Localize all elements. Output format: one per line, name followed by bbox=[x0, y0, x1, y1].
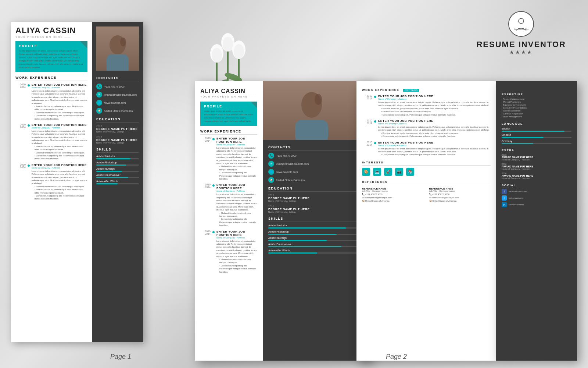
work-exp-title-small: WORK EXPERIENCE bbox=[15, 76, 87, 81]
ljob-desc-3: Lorem ipsum dolor sit amet, consectetur … bbox=[216, 240, 257, 258]
ref-2: REFERENCE NAME Job Title - Company name … bbox=[429, 187, 491, 202]
social-linkedin: in linkedinusname bbox=[502, 202, 571, 207]
contact-phone-text-small: +123 45678 9000 bbox=[104, 85, 125, 88]
contact-web-text-small: www.example.com bbox=[104, 102, 126, 104]
job-content-2: ENTER YOUR JOB POSITION HERE Name of Com… bbox=[32, 123, 87, 160]
twitter-username: twitterusename bbox=[509, 197, 524, 199]
contact-phone-large: 📞 +123 45678 9000 bbox=[268, 153, 366, 159]
edu-entry-1-large: 2015 DEGREE NAME PUT HERE Name of Univer… bbox=[268, 194, 366, 202]
work-exp-continued-title: WORK EXPERIENCE bbox=[362, 88, 399, 92]
skill-dreamweaver-small: Adobe Dreamweaver bbox=[96, 174, 139, 178]
profile-text-large: Lorem ipsum dolor sit amet, consectetur … bbox=[204, 110, 254, 123]
job-year-3: 2010 bbox=[15, 163, 26, 166]
skill-name-3-small: Adobe InDesign bbox=[96, 167, 139, 170]
references-container: REFERENCE NAME Job Title - Company name … bbox=[362, 187, 491, 202]
profile-title-small: PROFILE bbox=[19, 44, 84, 48]
contacts-title-large: CONTACTS bbox=[268, 145, 366, 151]
job-bullet-3c: Consectetur adipiscing elit. Pellentesqu… bbox=[35, 194, 87, 201]
ljob-content-3: ENTER YOUR JOB POSITION HERE Name of Com… bbox=[216, 230, 257, 273]
person-silhouette-small bbox=[103, 34, 132, 71]
ljob-company-1: Name of Company • Address bbox=[216, 144, 257, 146]
work-exp-continued-header: WORK EXPERIENCE CONTINUED bbox=[362, 88, 491, 92]
ljob-row-2: 2010 2014 ENTER YOUR JOB POSITION HERE N… bbox=[200, 183, 257, 227]
profile-section-large: PROFILE Lorem ipsum dolor sit amet, cons… bbox=[200, 102, 257, 126]
contact-email-small: ✉ examplemail@example.com bbox=[96, 92, 139, 98]
resume-profession-large: YOUR PROFESSION HERE bbox=[200, 95, 257, 98]
social-title: SOCIAL bbox=[502, 184, 571, 187]
resume-name-large: ALIYA CASSIN bbox=[200, 88, 257, 94]
interest-icon-1: 🎨 bbox=[362, 168, 370, 176]
ljob-title-1: ENTER YOUR JOB POSITION HERE bbox=[216, 137, 257, 144]
references-title-p2: REFERENCES bbox=[362, 180, 491, 185]
edu-degree-2-small: DEGREE NAME PUT HERE bbox=[96, 138, 139, 142]
job-bullet-1b: Eleifend tincidunt orci sed sem tempor c… bbox=[35, 111, 87, 114]
svg-rect-15 bbox=[107, 54, 129, 71]
job-dot-1 bbox=[28, 84, 30, 86]
job-dot-2 bbox=[28, 124, 30, 127]
edu-degree-1-small: DEGREE NAME PUT HERE bbox=[96, 127, 139, 131]
person-silhouette-large bbox=[293, 88, 330, 140]
svg-point-11 bbox=[519, 18, 524, 24]
contact-address-small: 🏠 United States of America bbox=[96, 108, 139, 114]
photo-large bbox=[263, 81, 360, 140]
education-title-small: EDUCATION bbox=[96, 117, 139, 123]
skill-illustrator-small: Adobe Illustrator bbox=[96, 155, 139, 159]
contacts-title-small: CONTACTS bbox=[96, 76, 139, 81]
skill-aftereffects-large: Adove After Effects bbox=[268, 249, 366, 254]
job-year-2b: 2014 bbox=[15, 126, 26, 128]
job-bullet-2b: Eleifend tincidunt orci sed sem tempor c… bbox=[35, 151, 87, 154]
contact-web-small: 🌐 www.example.com bbox=[96, 100, 139, 106]
job-desc-3: Lorem ipsum dolor sit amet, consectetur … bbox=[32, 170, 87, 185]
resume-page1-small: ALIYA CASSIN YOUR PROFESSION HERE PROFIL… bbox=[11, 22, 143, 342]
ljob-title-2: ENTER YOUR JOB POSITION HERE bbox=[216, 183, 257, 190]
job-title-3: ENTER YOUR JOB POSITION HERE bbox=[32, 163, 87, 167]
contact-address-text-small: United States of America bbox=[104, 110, 133, 112]
interest-icon-2: 💻 bbox=[373, 168, 381, 176]
contact-email-text-small: examplemail@example.com bbox=[104, 93, 137, 96]
brand-icon: Modern Resume Design bbox=[514, 17, 528, 31]
resume-page2-left: WORK EXPERIENCE CONTINUED 2010 2014 ENTE… bbox=[356, 81, 496, 361]
ljob-company-3: Name of Company • Address bbox=[216, 237, 257, 239]
ljob-dot-3 bbox=[212, 231, 215, 233]
skills-title-large: SKILLS bbox=[268, 217, 366, 222]
resume-page1-large: ALIYA CASSIN YOUR PROFESSION HERE PROFIL… bbox=[195, 81, 371, 361]
resume-sidebar-small: CONTACTS 📞 +123 45678 9000 ✉ examplemail… bbox=[92, 22, 143, 342]
award-2: 2016 AWARD NAME PUT HERE Name of Company… bbox=[502, 163, 571, 170]
ljob-content-1: ENTER YOUR JOB POSITION HERE Name of Com… bbox=[216, 137, 257, 180]
job-company-1: Name of Company • Address bbox=[32, 86, 87, 89]
skill-aftereffects-small: Adove After Effects bbox=[96, 180, 139, 184]
brand-title: RESUME INVENTOR bbox=[476, 40, 566, 49]
ljob-row-3: 2010 2014 ENTER YOUR JOB POSITION HERE N… bbox=[200, 230, 257, 273]
page2-label: Page 2 bbox=[386, 353, 407, 361]
facebook-username: facebookusename bbox=[509, 190, 527, 192]
resume-name-small: ALIYA CASSIN bbox=[15, 26, 87, 35]
work-exp-title-large: WORK EXPERIENCE bbox=[200, 130, 257, 135]
ljob-desc-1: Lorem ipsum dolor sit amet, consectetur … bbox=[216, 146, 257, 165]
job-title-1: ENTER YOUR JOB POSITION HERE bbox=[32, 83, 87, 86]
interest-icon-5: 📚 bbox=[406, 168, 414, 176]
contact-phone-small: 📞 +123 45678 9000 bbox=[96, 84, 139, 89]
job-row-3: 2010 2014 ENTER YOUR JOB POSITION HERE N… bbox=[15, 163, 87, 201]
edu-year-2-small: 2016 bbox=[96, 136, 139, 138]
brand-logo: Modern Resume Design RESUME INVENTOR ★★★… bbox=[476, 11, 566, 55]
svg-point-19 bbox=[315, 94, 322, 105]
lang-chinese: Chinese bbox=[502, 134, 571, 138]
social-facebook: f facebookusename bbox=[502, 189, 571, 194]
job-desc-2: Lorem ipsum dolor sit amet, consectetur … bbox=[32, 130, 87, 145]
contact-web-large: 🌐 www.example.com bbox=[268, 169, 366, 175]
interests-title-p2: INTERESTS bbox=[362, 161, 491, 166]
ljob-dot-1 bbox=[212, 138, 215, 140]
job-company-3: Name of Company • Address bbox=[32, 167, 87, 169]
lang-germany: Germany bbox=[502, 140, 571, 144]
job-dot-3 bbox=[28, 164, 30, 167]
social-twitter: t twitterusename bbox=[502, 195, 571, 201]
education-title-large: EDUCATION bbox=[268, 187, 366, 192]
brand-circle: Modern Resume Design bbox=[508, 11, 534, 37]
page1-label: Page 1 bbox=[110, 353, 131, 361]
job-content-3: ENTER YOUR JOB POSITION HERE Name of Com… bbox=[32, 163, 87, 201]
interest-icon-3: 🚀 bbox=[384, 168, 392, 176]
job-bullet-2c: Consectetur adipiscing elit. Pellentesqu… bbox=[35, 154, 87, 160]
job-bullet-2a: Porttitor lectus ut, pellentesque sem. M… bbox=[35, 145, 87, 151]
skill-dreamweaver-large: Adobe Dreamweaver bbox=[268, 243, 366, 247]
email-icon-small: ✉ bbox=[96, 92, 102, 98]
